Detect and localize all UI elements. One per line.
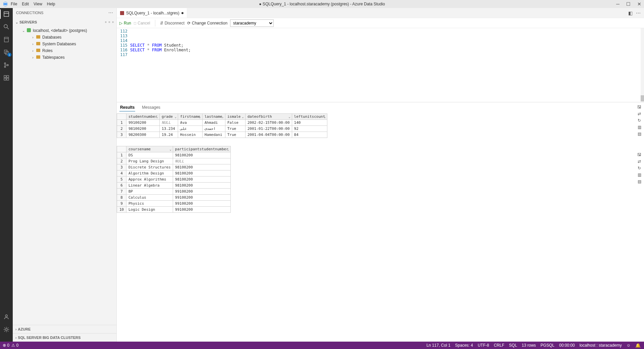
save-csv-icon-2[interactable]: 🖫: [637, 152, 642, 157]
status-provider[interactable]: PGSQL: [541, 343, 554, 348]
grid-cell[interactable]: 99100200: [173, 195, 230, 201]
menu-help[interactable]: Help: [47, 2, 55, 6]
grid-cell[interactable]: Logic Design: [126, 207, 173, 213]
grid-cell[interactable]: 140: [292, 120, 327, 126]
grid-cell[interactable]: Calculus: [126, 195, 173, 201]
results-tab[interactable]: Results: [119, 104, 135, 111]
save-json-icon[interactable]: ⇄: [637, 111, 642, 116]
visualize-icon-2[interactable]: ▤: [637, 179, 642, 184]
new-connection-icon[interactable]: ▫: [105, 19, 107, 24]
column-header[interactable]: dateofbirth⌄: [245, 114, 292, 120]
status-cursor-pos[interactable]: Ln 117, Col 1: [426, 343, 450, 348]
column-header[interactable]: ismale⌄: [225, 114, 245, 120]
status-warnings[interactable]: ⚠ 0: [11, 343, 18, 348]
grid-cell[interactable]: 99100200: [173, 201, 230, 207]
disconnect-button[interactable]: ⇵ Disconnect: [160, 21, 184, 26]
grid-cell[interactable]: 19.24: [160, 132, 178, 138]
grid-cell[interactable]: BP: [126, 189, 173, 195]
status-spaces[interactable]: Spaces: 4: [455, 343, 473, 348]
column-header[interactable]: firstname⌄: [178, 114, 203, 120]
status-feedback-icon[interactable]: ☺: [627, 343, 631, 348]
editor-more-icon[interactable]: ⋯: [636, 10, 641, 16]
grid-cell[interactable]: True: [225, 132, 245, 138]
activity-explorer-icon[interactable]: 1: [3, 49, 10, 56]
save-excel-icon-2[interactable]: ↻: [637, 165, 642, 171]
grid-cell[interactable]: 2001-04-04T00:00:00: [245, 132, 292, 138]
grid-cell[interactable]: Hamedani: [202, 132, 225, 138]
server-actions-icon[interactable]: ▫: [112, 19, 114, 24]
menu-file[interactable]: File: [11, 2, 17, 6]
split-editor-icon[interactable]: ◧: [628, 10, 633, 16]
grid-cell[interactable]: Ahmadi: [202, 120, 225, 126]
save-json-icon-2[interactable]: ⇄: [637, 159, 642, 164]
visualize-icon[interactable]: ▤: [637, 131, 642, 137]
editor-scrollbar[interactable]: [641, 28, 644, 102]
grid-cell[interactable]: 98100200: [173, 164, 230, 170]
column-header[interactable]: coursename⌄: [126, 146, 173, 152]
column-header[interactable]: grade⌄: [160, 114, 178, 120]
grid-cell[interactable]: Linear Algebra: [126, 183, 173, 189]
grid-cell[interactable]: Physics: [126, 201, 173, 207]
save-csv-icon[interactable]: 🖫: [637, 104, 642, 110]
sidebar-more-icon[interactable]: ⋯: [108, 10, 113, 15]
window-minimize-icon[interactable]: ─: [616, 1, 620, 7]
column-header[interactable]: participantstudentnumber⌄: [173, 146, 230, 152]
activity-notebooks-icon[interactable]: [3, 36, 10, 43]
status-rows[interactable]: 13 rows: [522, 343, 536, 348]
grid-cell[interactable]: False: [225, 120, 245, 126]
change-connection-button[interactable]: ⟳ Change Connection: [187, 21, 227, 26]
tree-node[interactable]: ›Tablespaces: [17, 54, 116, 61]
code-editor[interactable]: 112113114115116117 SELECT * FROM Student…: [117, 28, 644, 102]
status-errors[interactable]: ⊗ 0: [3, 343, 9, 348]
activity-source-control-icon[interactable]: [3, 62, 10, 68]
window-close-icon[interactable]: ✕: [637, 1, 641, 7]
grid-cell[interactable]: True: [225, 126, 245, 132]
grid-cell[interactable]: Prog Lang Design: [126, 158, 173, 164]
tree-node[interactable]: ›Databases: [17, 34, 116, 41]
status-language[interactable]: SQL: [509, 343, 517, 348]
status-notifications-icon[interactable]: 🔔: [635, 343, 641, 348]
grid-cell[interactable]: 98200300: [126, 132, 160, 138]
grid-cell[interactable]: Ava: [178, 120, 203, 126]
grid-cell[interactable]: 99100200: [173, 189, 230, 195]
messages-tab[interactable]: Messages: [141, 104, 161, 111]
grid-cell[interactable]: Algorithm Design: [126, 170, 173, 177]
status-encoding[interactable]: UTF-8: [478, 343, 489, 348]
database-select[interactable]: staracademy: [230, 19, 274, 27]
column-header[interactable]: studentnumber⌄: [126, 114, 160, 120]
grid-cell[interactable]: 2002-02-15T00:00:00: [245, 120, 292, 126]
grid-cell[interactable]: 98100200: [173, 183, 230, 189]
window-maximize-icon[interactable]: ☐: [626, 1, 631, 7]
chart-icon-2[interactable]: ▥: [637, 172, 642, 178]
grid-cell[interactable]: 98100200: [173, 170, 230, 177]
grid-cell[interactable]: علی: [178, 126, 203, 132]
grid-cell[interactable]: 98100200: [173, 177, 230, 183]
menu-view[interactable]: View: [34, 2, 42, 6]
chart-icon[interactable]: ▥: [637, 124, 642, 130]
servers-section-header[interactable]: ⌄SERVERS ▫ ▫ ▫: [13, 17, 116, 27]
server-node[interactable]: ⌄ localhost, <default> (postgres): [13, 27, 116, 34]
tree-node[interactable]: ›Roles: [17, 47, 116, 54]
grid-cell[interactable]: DS: [126, 152, 173, 158]
grid-cell[interactable]: Discrete Structures: [126, 164, 173, 170]
grid-cell[interactable]: 13.234: [160, 126, 178, 132]
menu-edit[interactable]: Edit: [22, 2, 29, 6]
grid-cell[interactable]: 98100200: [126, 126, 160, 132]
bigdata-section-header[interactable]: ›SQL SERVER BIG DATA CLUSTERS: [13, 333, 116, 342]
editor-tab[interactable]: SQLQuery_1 - localh...stgres): [117, 8, 187, 18]
grid-cell[interactable]: NULL: [160, 120, 178, 126]
column-header[interactable]: lastname⌄: [202, 114, 225, 120]
column-header[interactable]: leftunitscount⌄: [292, 114, 327, 120]
tree-node[interactable]: ›System Databases: [17, 41, 116, 47]
grid-cell[interactable]: Hossein: [178, 132, 203, 138]
grid-cell[interactable]: 92: [292, 126, 327, 132]
status-connection[interactable]: localhost : staracademy: [580, 343, 622, 348]
activity-settings-icon[interactable]: [3, 326, 10, 333]
activity-search-icon[interactable]: [3, 23, 10, 30]
grid-cell[interactable]: 99100200: [173, 207, 230, 213]
grid-cell[interactable]: احمدی: [202, 126, 225, 132]
azure-section-header[interactable]: ›AZURE: [13, 325, 116, 333]
grid-cell[interactable]: Approx Algorithms: [126, 177, 173, 183]
save-excel-icon[interactable]: ↻: [637, 118, 642, 123]
activity-connections-icon[interactable]: [3, 11, 10, 17]
